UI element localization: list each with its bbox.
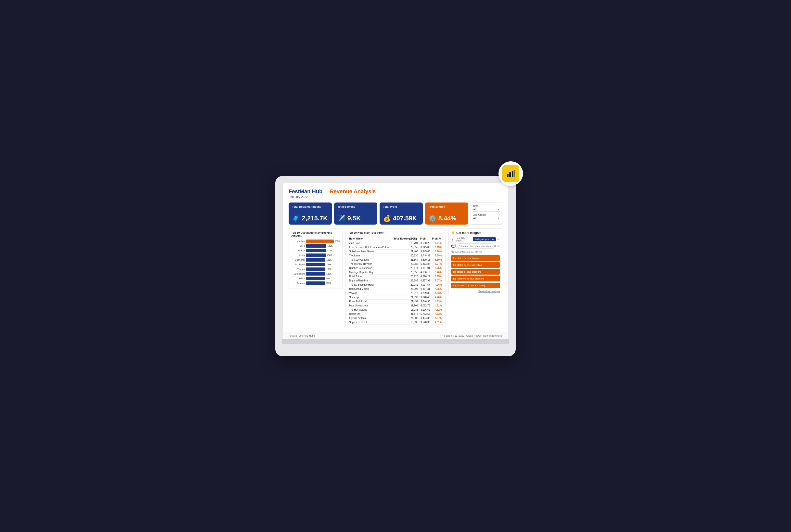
insight-suggestion-button[interactable]: top states by total discount <box>451 269 500 274</box>
hotel-profit: 3,846.90 <box>419 299 431 304</box>
hotel-booking: 29,286 <box>393 262 419 266</box>
filter-age-group: Age Groups All ▼ <box>473 213 500 221</box>
hotel-profit: 3,580.20 <box>419 241 431 245</box>
bar <box>306 244 326 248</box>
hotel-profit: 3,840.40 <box>419 295 431 299</box>
ask-input[interactable] <box>457 244 493 249</box>
chevron-down-icon: ▼ <box>497 208 500 211</box>
hotel-name: Four Seasons Hotel Gresham Palace <box>348 245 393 249</box>
settings-icon[interactable]: ⚙ <box>497 244 500 248</box>
bar-container: 138K <box>306 249 340 252</box>
hotel-profit: 3,845.80 <box>419 245 431 249</box>
kpi-total-profit: Total Profit 💰 407.59K <box>380 203 423 225</box>
bar-container: 133K <box>306 258 340 262</box>
insight-suggestion-button[interactable]: top states by average rating <box>451 262 500 268</box>
hotel-name: Hotel Triton <box>348 274 393 279</box>
table-row: Hotel Triton 25,720 4,690.29 5.15% <box>348 274 443 279</box>
hotel-name: Bluebird Guesthouse <box>348 266 393 270</box>
hotel-name: Shilo Inns Rose Garden <box>348 249 393 253</box>
table-row: The Cozy Cottage 21,564 3,809.16 5.39% <box>348 258 443 262</box>
bar-value: 129K <box>326 282 331 284</box>
table-row: Bluebird Guesthouse 26,174 4,861.91 5.25… <box>348 266 443 270</box>
hotel-profit-pct: 6.61% <box>431 241 443 245</box>
ask-input-row: 💬 ⧉ ⚙ <box>451 244 500 249</box>
bar-row: Milan 129K <box>291 277 340 280</box>
hotel-name: Utopia Inn <box>348 312 393 316</box>
hotel-profit-pct: 4.95% <box>431 287 443 291</box>
bar-row: Bello 140K <box>291 244 340 248</box>
laptop-screen: FestMan Hub | Revenue Analysis February … <box>283 183 508 339</box>
col-total-booking: Total Booking(SGD) <box>393 236 419 241</box>
insight-suggestion-button[interactable]: top states by total booking <box>451 255 500 261</box>
footer: FestMan Learning Hub | February 19, 2022… <box>283 332 508 339</box>
hotel-booking: 25,720 <box>393 274 419 279</box>
hotel-profit-pct: 4.70% <box>431 295 443 299</box>
hotel-name: Main Street Motel <box>348 304 393 308</box>
hotel-booking: 23,055 <box>393 270 419 274</box>
hotel-name: Flying Fox Motel <box>348 316 393 320</box>
bar-value: 136K <box>326 254 332 256</box>
hotel-profit-pct: 5.59% <box>431 253 443 258</box>
hotel-profit: 3,945.66 <box>419 249 431 253</box>
hotel-booking: 27,904 <box>393 304 419 308</box>
hotel-booking: 31,178 <box>393 312 419 316</box>
bar-chart-panel: Top 10 Destinations by Booking Amount Ha… <box>288 228 342 289</box>
hotel-name: Voyage <box>348 291 393 295</box>
table-row: Sapphires Hotel 18,835 3,528.33 4.51% <box>348 320 443 324</box>
kpi-label-3: Profit Margin <box>429 205 465 208</box>
hotel-profit-pct: 5.15% <box>431 274 443 279</box>
kpi-icon-3: ⚙️ <box>429 214 436 222</box>
kpi-profit-margin: Profit Margin ⚙️ 8.44% <box>425 203 468 225</box>
hotel-booking: 26,098 <box>393 287 419 291</box>
insight-suggestion-button[interactable]: top locations by average rating <box>451 283 500 288</box>
bar-container: 140K <box>306 244 340 248</box>
filter-date-select[interactable]: All ▼ <box>473 208 500 212</box>
hotel-profit: 4,097.57 <box>419 283 431 287</box>
hotel-booking: 21,564 <box>393 258 419 262</box>
bar-container: 129K <box>306 282 340 285</box>
kpi-value-2: 💰 407.59K <box>383 214 419 222</box>
table-row: Flying Fox Motel 24,300 4,464.83 4.57% <box>348 316 443 320</box>
dashboard: FestMan Hub | Revenue Analysis February … <box>283 183 508 332</box>
hotel-profit: 5,072.76 <box>419 304 431 308</box>
bar-container: 136K <box>306 253 340 257</box>
filter-age-select[interactable]: All ▼ <box>473 217 500 221</box>
bar-value: 132K <box>326 273 332 275</box>
hotel-profit: 4,136.18 <box>419 270 431 274</box>
bar-row: Auckland 133K <box>291 263 340 266</box>
bar <box>306 253 326 257</box>
table-row: Zion Hotel 18,701 3,580.20 6.61% <box>348 241 443 245</box>
kpi-total-booking: Total Booking ✈️ 9.5K <box>334 203 377 225</box>
table-row: Tropicana 20,530 3,748.33 5.59% <box>348 253 443 258</box>
hotel-profit: 5,763.58 <box>419 312 431 316</box>
bar-row: Tijuana 132K <box>291 267 340 271</box>
footer-highlight: Global Power Platform Bootcamp <box>466 335 503 337</box>
hotel-name: Seascape <box>348 295 393 299</box>
table-panel: Top 20 Hotels by Total Profit Hotel Name… <box>345 228 446 327</box>
close-button[interactable]: ✕ <box>497 238 500 241</box>
show-all-link[interactable]: Show all suggestions <box>451 290 500 292</box>
hotel-name: The Worldly Traveler <box>348 262 393 266</box>
hotels-table: Hotel Name Total Booking(SGD) Profit Pro… <box>348 236 443 325</box>
add-synonyms-button[interactable]: Add synonyms now <box>473 237 496 241</box>
kpi-value-0: 🧳 2,215.7K <box>292 214 328 222</box>
hotel-profit-pct: 4.62% <box>431 312 443 316</box>
header: FestMan Hub | Revenue Analysis February … <box>288 188 503 198</box>
insight-suggestion-button[interactable]: top locations by total discount <box>451 276 500 282</box>
hotel-profit-pct: 6.10% <box>431 249 443 253</box>
insights-panel: 💡 Get more Insights ❓ Help Q&A under... … <box>449 228 503 295</box>
bar <box>306 258 325 262</box>
hotel-name: Tropicana <box>348 253 393 258</box>
bar-value: 133K <box>326 259 332 261</box>
filter-date-group: Date All ▼ <box>473 205 500 212</box>
table-row: The Worldly Traveler 29,286 5,313.84 5.2… <box>348 262 443 266</box>
bar-label: Toronto <box>291 282 305 284</box>
power-bi-icon <box>502 165 519 182</box>
hotel-profit: 4,709.80 <box>419 291 431 295</box>
hotel-name: The Hay-Adams <box>348 308 393 312</box>
bar-value: 138K <box>327 249 332 252</box>
col-hotel-name: Hotel Name <box>348 236 393 241</box>
chat-icon: ❓ <box>451 238 454 241</box>
copy-icon[interactable]: ⧉ <box>494 244 496 248</box>
table-row: The Hay-Adams 16,088 3,106.62 4.62% <box>348 308 443 312</box>
